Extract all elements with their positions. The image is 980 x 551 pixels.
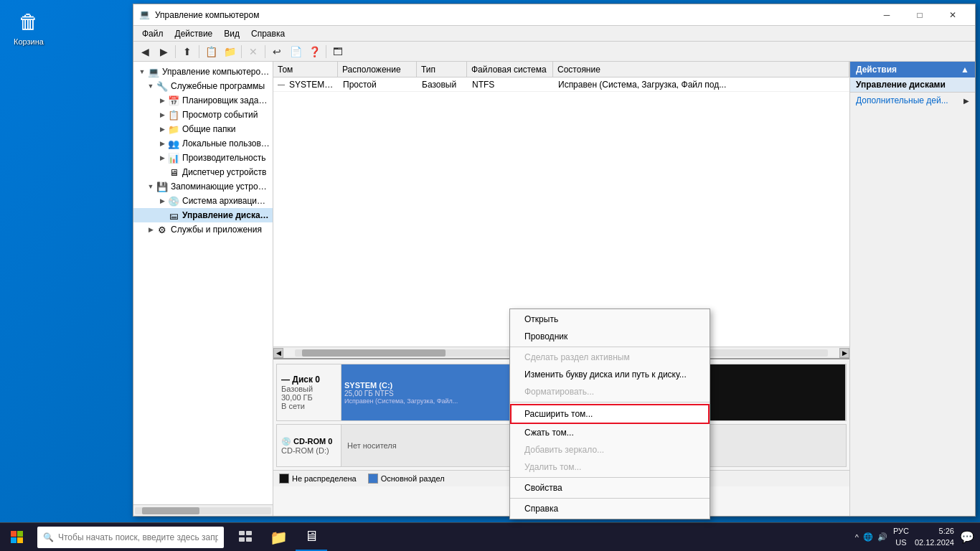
recycle-bin-icon[interactable]: 🗑 Корзина	[7, 7, 50, 46]
start-button[interactable]	[0, 523, 34, 552]
export-button[interactable]: ↩	[268, 44, 286, 60]
table-row[interactable]: — SYSTEM (C:) Простой Базовый NTFS Испра…	[273, 77, 849, 92]
ctx-sep-3	[510, 477, 710, 478]
recycle-bin-label: Корзина	[14, 37, 44, 46]
sidebar-item-scheduler[interactable]: ▶ 📅 Планировщик задания	[133, 93, 273, 108]
ctx-sep-2	[510, 402, 710, 402]
scheduler-icon: 📅	[168, 95, 179, 106]
sidebar-item-diskmgmt[interactable]: 🖴 Управление дисками	[133, 208, 273, 222]
show-hide-button[interactable]: 📋	[202, 44, 220, 60]
expand-icon: ▶	[145, 226, 156, 233]
th-fs[interactable]: Файловая система	[467, 62, 553, 77]
minimize-button[interactable]: ─	[870, 4, 903, 26]
scroll-left-btn[interactable]: ◀	[273, 348, 283, 358]
expand-icon: ▶	[156, 97, 168, 104]
scroll-right-btn[interactable]: ▶	[839, 348, 849, 358]
sidebar-item-backup[interactable]: ▶ 💿 Система архивации да...	[133, 194, 273, 208]
sidebar-item-root[interactable]: ▼ 💻 Управление компьютером (л...	[133, 65, 273, 79]
sidebar-item-eventlog[interactable]: ▶ 📋 Просмотр событий	[133, 108, 273, 122]
tools-label: Служебные программы	[171, 81, 265, 91]
svg-rect-4	[239, 531, 245, 535]
taskbar-file-explorer[interactable]: 📁	[263, 523, 294, 552]
up-button[interactable]: ⬆	[179, 44, 196, 60]
window-controls: ─ □ ✕	[870, 4, 969, 26]
legend-unallocated: Не распределена	[279, 474, 357, 484]
maximize-button[interactable]: □	[903, 4, 936, 26]
folder-button[interactable]: 📁	[221, 44, 238, 60]
th-type[interactable]: Тип	[417, 62, 467, 77]
ctx-format: Форматировать...	[510, 383, 710, 400]
th-volume[interactable]: Том	[273, 62, 338, 77]
sidebar-item-perf[interactable]: ▶ 📊 Производительность	[133, 151, 273, 165]
table-body: — SYSTEM (C:) Простой Базовый NTFS Испра…	[273, 77, 849, 347]
taskbar-task-view[interactable]	[230, 523, 261, 552]
ctx-change-letter[interactable]: Изменить букву диска или путь к диску...	[510, 366, 710, 383]
menu-view[interactable]: Вид	[218, 27, 245, 40]
th-status[interactable]: Состояние	[553, 62, 849, 77]
window-icon: 💻	[139, 9, 151, 21]
scheduler-label: Планировщик задания	[182, 95, 270, 105]
ctx-help[interactable]: Справка	[510, 500, 710, 517]
help-button[interactable]: ❓	[306, 44, 323, 60]
language-indicator[interactable]: РУС US	[893, 526, 909, 548]
menu-file[interactable]: Файл	[136, 27, 169, 40]
delete-button[interactable]: ✕	[245, 44, 262, 60]
tray-chevron[interactable]: ^	[855, 533, 859, 542]
action-more[interactable]: Дополнительные дей... ▶	[850, 93, 975, 108]
ctx-shrink-volume[interactable]: Сжать том...	[510, 424, 710, 441]
title-bar: 💻 Управление компьютером ─ □ ✕	[133, 4, 975, 26]
sidebar-item-devmgr[interactable]: 🖥 Диспетчер устройств	[133, 165, 273, 179]
users-icon: 👥	[168, 138, 179, 149]
sidebar-tree: ▼ 💻 Управление компьютером (л... ▼ 🔧 Слу…	[133, 62, 273, 504]
actions-arrow-up[interactable]: ▲	[961, 65, 969, 75]
table-header: Том Расположение Тип Файловая система Со…	[273, 62, 849, 77]
disk-0-name: — Диск 0	[281, 375, 336, 385]
sidebar-item-storage[interactable]: ▼ 💾 Запоминающие устройст...	[133, 179, 273, 194]
expand-icon: ▶	[156, 154, 168, 161]
taskbar-computer-management[interactable]: 🖥	[296, 523, 327, 552]
scroll-thumb	[302, 349, 446, 357]
ctx-explorer[interactable]: Проводник	[510, 328, 710, 345]
clock[interactable]: 5:26 02.12.2024	[915, 526, 954, 548]
tools-icon: 🔧	[156, 80, 168, 92]
td-location: Простой	[339, 80, 418, 90]
devmgr-icon: 🖥	[168, 166, 179, 178]
sidebar-item-shared[interactable]: ▶ 📁 Общие папки	[133, 122, 273, 136]
users-label: Локальные пользовате...	[182, 138, 270, 149]
search-input[interactable]	[58, 532, 218, 542]
perf-label: Производительность	[182, 153, 265, 163]
menu-action[interactable]: Действие	[169, 27, 219, 40]
ctx-open[interactable]: Открыть	[510, 311, 710, 328]
back-button[interactable]: ◀	[136, 44, 154, 60]
sidebar-scrollbar[interactable]	[133, 504, 273, 516]
ctx-extend-volume[interactable]: Расширить том...	[510, 404, 710, 424]
forward-button[interactable]: ▶	[155, 44, 172, 60]
lang-line2: US	[893, 537, 909, 548]
storage-icon: 💾	[156, 181, 168, 192]
expand-icon: ▶	[156, 111, 168, 118]
search-bar[interactable]: 🔍	[37, 527, 224, 548]
legend-primary: Основной раздел	[368, 474, 445, 484]
th-location[interactable]: Расположение	[338, 62, 417, 77]
svg-rect-0	[11, 531, 17, 537]
tray-volume-icon: 🔊	[877, 532, 887, 542]
toolbar-separator-4	[265, 45, 265, 58]
expand-icon: ▶	[156, 126, 168, 133]
td-volume: SYSTEM (C:)	[285, 80, 339, 90]
sidebar-item-services[interactable]: ▶ ⚙ Службы и приложения	[133, 222, 273, 237]
expand-icon: ▼	[145, 83, 156, 90]
td-volume-icon: —	[273, 80, 285, 90]
lang-line1: РУС	[893, 526, 909, 537]
close-button[interactable]: ✕	[936, 4, 969, 26]
actions-panel: Действия ▲ Управление дисками Дополнител…	[849, 62, 975, 516]
actions-title: Действия	[856, 65, 897, 75]
properties-button[interactable]: 📄	[287, 44, 304, 60]
sidebar-item-users[interactable]: ▶ 👥 Локальные пользовате...	[133, 136, 273, 151]
notification-icon[interactable]: 💬	[960, 530, 974, 544]
ctx-properties[interactable]: Свойства	[510, 479, 710, 496]
menu-help[interactable]: Справка	[245, 27, 291, 40]
view-button[interactable]: 🗔	[329, 44, 347, 60]
sidebar-item-tools[interactable]: ▼ 🔧 Служебные программы	[133, 79, 273, 93]
diskmgmt-icon: 🖴	[168, 209, 179, 221]
action-disk-mgmt[interactable]: Управление дисками	[850, 77, 975, 93]
